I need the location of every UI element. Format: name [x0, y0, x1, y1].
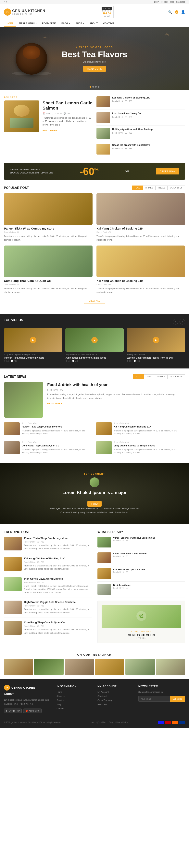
instagram-item-5[interactable] — [125, 659, 155, 675]
footer-account-link-2[interactable]: Checkout — [98, 694, 133, 698]
instagram-grid — [4, 659, 185, 675]
video-views-1: 👁 56 — [4, 360, 9, 362]
comment-follow-button[interactable]: Follow — [87, 501, 102, 507]
top-videos-title: TOP VIDEOS — [4, 318, 23, 322]
post-card-text-3: Transfer to a prepared baking dish and b… — [4, 287, 92, 294]
facebook-link[interactable]: f — [4, 1, 4, 3]
footer-account-link-3[interactable]: Order Tracking — [98, 698, 133, 703]
fresh-item-title-4: Beet the ultimate — [113, 584, 131, 586]
footer-info-link-home[interactable]: Home — [56, 690, 91, 694]
fresh-item-meta-4: Food • Drink • 56 — [113, 587, 131, 589]
google-play-badge[interactable]: ▶ Google Play — [4, 709, 22, 713]
user-icon[interactable]: 👤 — [181, 10, 185, 14]
latest-item-title-4: Judy added a photo to Simple Sauce — [114, 444, 185, 447]
news-main-read-more[interactable]: Read More — [42, 129, 58, 132]
trending-img-3 — [4, 577, 22, 591]
instagram-item-2[interactable] — [34, 659, 64, 675]
latest-filter-quickbites[interactable]: QUICK BITES — [167, 374, 185, 379]
play-button-3[interactable]: ▶ — [153, 337, 159, 343]
footer-bottom-privacy[interactable]: Privacy Policy — [115, 721, 127, 723]
footer-bottom-about[interactable]: About | Site Map — [91, 721, 106, 723]
footer-info-link-blog[interactable]: Blog — [56, 703, 91, 707]
nav-link-contact[interactable]: CONTACT — [101, 20, 117, 26]
newsletter-subscribe-button[interactable]: Subscribe — [170, 696, 185, 702]
nav-link-food[interactable]: FOOD DESK — [39, 20, 59, 26]
video-prev-button[interactable]: ‹ — [173, 319, 178, 324]
instagram-item-3[interactable] — [65, 659, 94, 675]
instagram-item-6[interactable] — [156, 659, 185, 675]
login-link[interactable]: Login — [154, 1, 159, 3]
trending-section: TRENDING POST Paneer Tikka Wrap Combo my… — [0, 524, 189, 649]
nav-link-blog[interactable]: BLOG ▾ — [59, 20, 73, 27]
latest-filter-drinks[interactable]: DRINKS — [155, 374, 167, 379]
footer-info-title: INFORMATION — [56, 685, 91, 688]
nav-link-shop[interactable]: SHOP ▾ — [73, 20, 87, 27]
post-card-meta-1: Food • Drink • 56 — [4, 231, 92, 234]
search-icon[interactable]: 🔍 — [168, 10, 172, 14]
footer-info-link-service[interactable]: Service — [56, 698, 91, 703]
nav-link-home[interactable]: HOME — [4, 20, 16, 27]
fresh-item-4: Beet the ultimate Food • Drink • 56 — [98, 584, 185, 597]
help-link[interactable]: Help — [170, 1, 175, 3]
hero-dot-2[interactable] — [92, 86, 94, 88]
play-button-1[interactable]: ▶ — [30, 337, 36, 343]
language-select[interactable]: Language — [177, 1, 185, 3]
video-next-button[interactable]: › — [180, 319, 185, 324]
hero-dot-1[interactable] — [89, 86, 91, 88]
latest-item-text-2: Transfer to a prepared baking dish and b… — [114, 429, 185, 435]
footer-grid: G GENIUS KITCHEN ABOUT 116 Shepherd dam … — [4, 685, 185, 713]
nav-item-home[interactable]: HOME — [4, 20, 16, 27]
latest-hero-read-more[interactable]: Read More — [47, 402, 62, 405]
instagram-item-4[interactable] — [95, 659, 124, 675]
filter-tab-food[interactable]: FOOD — [132, 186, 143, 190]
footer-account-link-1[interactable]: My Account — [98, 690, 133, 694]
logo-icon: G — [4, 8, 11, 16]
footer-info-link-contact[interactable]: Contact — [56, 707, 91, 711]
nav-item-meals[interactable]: MEALS MENU ▾ — [16, 20, 39, 27]
nav-item-about[interactable]: ABOUT — [87, 20, 101, 27]
promo-label: Earn up to — [102, 10, 112, 12]
filter-tab-pizzas[interactable]: PIZZAS — [155, 186, 167, 190]
hero-title: Best Tea Flavors — [62, 50, 127, 59]
nav-item-blog[interactable]: BLOG ▾ — [59, 20, 73, 27]
register-link[interactable]: Register — [161, 1, 168, 3]
twitter-link[interactable]: t — [6, 1, 7, 3]
footer-account-link-4[interactable]: Help Desk — [98, 703, 133, 707]
latest-item-img-1 — [4, 422, 20, 435]
hero-dot-3[interactable] — [95, 86, 97, 88]
view-all-button[interactable]: View All — [84, 298, 105, 304]
footer-my-account: MY ACCOUNT My Account Checkout Order Tra… — [98, 685, 133, 713]
footer-info-link-about[interactable]: About us — [56, 694, 91, 698]
post-card-img-1 — [4, 193, 92, 225]
promo-order-button[interactable]: Order Now — [156, 168, 179, 175]
apple-store-badge[interactable]: 🍎 Apple Store — [23, 709, 41, 713]
news-main-text-area: Sheet Pan Lemon Garlic Salmon 📅 June 17,… — [42, 100, 92, 132]
filter-tab-quickbites[interactable]: QUICK BITES — [167, 186, 185, 190]
fresh-item-title-3: Chicken SP 5all Ups soma tella — [113, 568, 145, 570]
cart-badge[interactable]: 0 — [175, 10, 178, 14]
latest-item-meta-4: Food • Drink • 56 — [114, 441, 185, 443]
hero-read-more-button[interactable]: Read More — [83, 66, 106, 72]
play-button-2[interactable]: ▶ — [91, 337, 98, 343]
nav-item-food[interactable]: FOOD DESK — [39, 20, 59, 27]
video-views-3: 👁 56 — [127, 360, 131, 362]
trending-item-5: Com Rang Thap Cam At Quan Co Food • Drin… — [4, 621, 91, 638]
hero-dot-4[interactable] — [98, 86, 100, 88]
nav-link-meals[interactable]: MEALS MENU ▾ — [16, 20, 39, 27]
news-side-item-4: Cacao Ice cream with Saint Breve Food • … — [97, 144, 185, 157]
fresh-img-2 — [98, 552, 111, 563]
latest-filter-fruit[interactable]: FRUIT — [144, 374, 155, 379]
instagram-item-1[interactable] — [4, 659, 33, 675]
top-comment-content: TOP COMMENT Lorem Khaled Ipsum is a majo… — [4, 473, 185, 515]
latest-item-meta-1: Food • Drink • 56 — [22, 422, 93, 425]
nav-item-contact[interactable]: CONTACT — [101, 20, 117, 27]
footer-bottom-blog[interactable]: Blog — [109, 721, 113, 723]
news-side-content-2: Irish Latte Lava Jaeng Co Food • Drink •… — [112, 112, 141, 118]
latest-filter-food[interactable]: FOOD — [133, 374, 144, 379]
nav-item-shop[interactable]: SHOP ▾ — [73, 20, 87, 27]
fresh-img-4 — [98, 584, 111, 595]
nav-link-about[interactable]: ABOUT — [87, 20, 101, 26]
logo-text-group: GENIUS KITCHEN GENIUS KITCHEN — [12, 9, 45, 15]
filter-tab-drinks[interactable]: DRINKS — [143, 186, 155, 190]
newsletter-email-input[interactable] — [139, 696, 170, 702]
